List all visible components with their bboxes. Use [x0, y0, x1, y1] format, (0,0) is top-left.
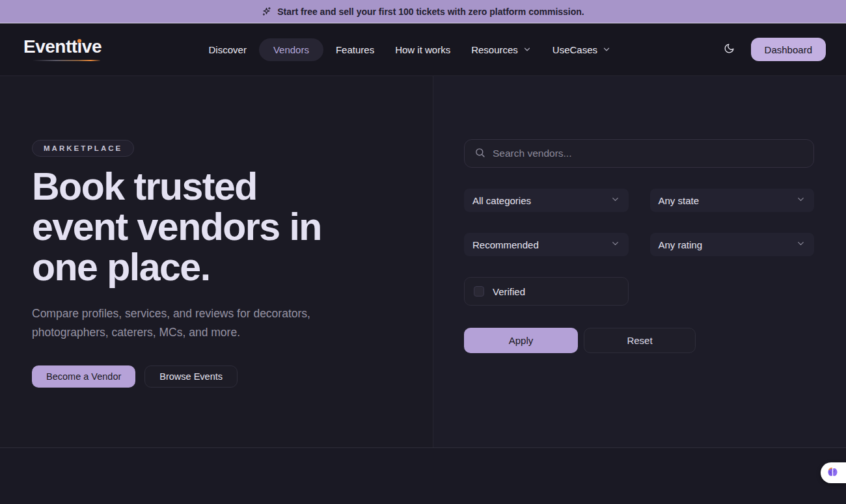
dashboard-button[interactable]: Dashboard [751, 38, 826, 61]
search-input[interactable] [493, 148, 804, 159]
nav-item-label: Features [336, 44, 374, 55]
sparkles-icon [262, 7, 271, 16]
nav-item-label: How it works [395, 44, 450, 55]
logo-text: Eventtive [23, 36, 102, 57]
nav-item-how-it-works[interactable]: How it works [387, 38, 459, 61]
theme-toggle-button[interactable] [718, 38, 741, 60]
main-nav: Discover Vendors Features How it works R… [200, 38, 620, 61]
title-line: event vendors in [32, 207, 407, 247]
search-icon [474, 147, 485, 161]
reset-button[interactable]: Reset [584, 328, 696, 353]
nav-item-discover[interactable]: Discover [200, 38, 255, 61]
state-select-value: Any state [659, 195, 700, 206]
nav-item-label: Vendors [273, 44, 309, 55]
nav-item-label: Discover [209, 44, 247, 55]
chevron-down-icon [796, 239, 806, 251]
nav-item-resources[interactable]: Resources [463, 38, 540, 61]
state-select[interactable]: Any state [650, 189, 815, 212]
hero-subtitle: Compare profiles, services, and reviews … [32, 304, 330, 342]
logo[interactable]: Eventtive [23, 38, 102, 61]
verified-label: Verified [493, 286, 525, 297]
chevron-down-icon [602, 45, 611, 54]
footer [0, 447, 846, 504]
chevron-down-icon [610, 239, 620, 251]
logo-dot [77, 39, 81, 43]
become-vendor-button[interactable]: Become a Vendor [32, 365, 135, 388]
filter-grid: All categories Any state Recommended [464, 189, 814, 256]
hero-copy: MARKETPLACE Book trusted event vendors i… [0, 76, 433, 447]
nav-item-label: UseCases [553, 44, 597, 55]
marketplace-badge: MARKETPLACE [32, 140, 134, 157]
chevron-down-icon [523, 45, 532, 54]
promo-banner: Start free and sell your first 100 ticke… [0, 0, 846, 23]
header: Eventtive Discover Vendors Features How … [0, 23, 846, 76]
hero-section: MARKETPLACE Book trusted event vendors i… [0, 76, 846, 447]
logo-underline [33, 60, 100, 61]
page-title: Book trusted event vendors in one place. [32, 166, 407, 287]
sort-select[interactable]: Recommended [464, 233, 629, 256]
chevron-down-icon [796, 194, 806, 207]
nav-item-vendors[interactable]: Vendors [259, 38, 323, 61]
page: Start free and sell your first 100 ticke… [0, 0, 846, 504]
promo-banner-text: Start free and sell your first 100 ticke… [277, 7, 584, 17]
category-select[interactable]: All categories [464, 189, 629, 212]
vendor-filter-panel: All categories Any state Recommended [433, 76, 846, 447]
moon-icon [724, 43, 735, 56]
rating-select-value: Any rating [659, 239, 703, 250]
apply-button[interactable]: Apply [464, 328, 578, 353]
title-line: Book trusted [32, 166, 407, 207]
vendor-search [464, 139, 814, 168]
header-actions: Dashboard [718, 38, 826, 61]
filter-actions: Apply Reset [464, 328, 814, 353]
browse-events-button[interactable]: Browse Events [144, 365, 238, 388]
brain-icon [826, 465, 839, 481]
verified-filter[interactable]: Verified [464, 277, 629, 306]
rating-select[interactable]: Any rating [650, 233, 815, 256]
sort-select-value: Recommended [472, 239, 539, 250]
chat-widget-button[interactable] [821, 462, 846, 483]
category-select-value: All categories [472, 195, 531, 206]
chevron-down-icon [610, 194, 620, 207]
hero-cta-row: Become a Vendor Browse Events [32, 365, 407, 388]
verified-checkbox[interactable] [474, 286, 484, 297]
title-line: one place. [32, 247, 407, 287]
nav-item-usecases[interactable]: UseCases [544, 38, 620, 61]
nav-item-label: Resources [471, 44, 518, 55]
nav-item-features[interactable]: Features [327, 38, 383, 61]
